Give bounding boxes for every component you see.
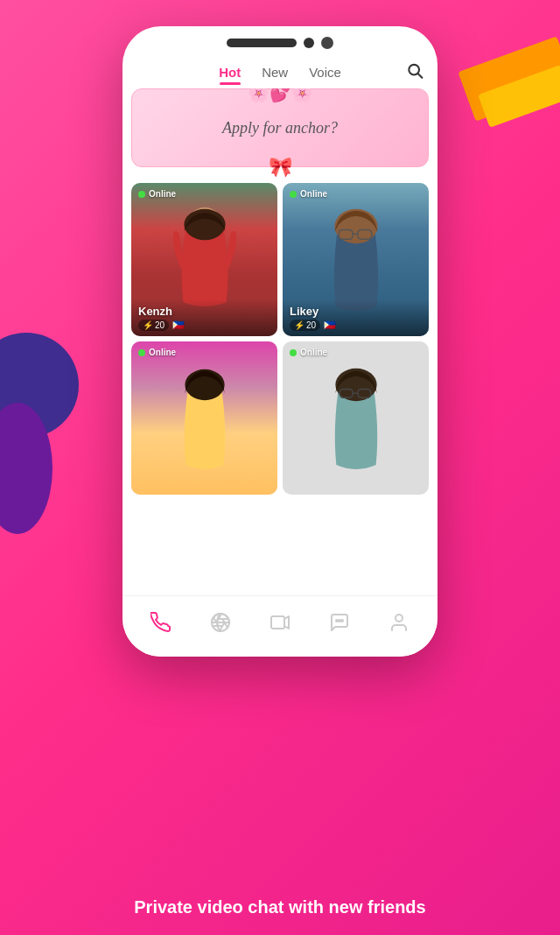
svg-point-22 bbox=[341, 620, 343, 622]
banner-flowers: 🌸💕🌸 bbox=[248, 88, 313, 103]
svg-point-23 bbox=[396, 615, 402, 622]
profile-card-4[interactable]: Online bbox=[283, 341, 429, 495]
svg-rect-18 bbox=[271, 616, 284, 629]
online-dot-3 bbox=[138, 349, 145, 356]
tab-voice[interactable]: Voice bbox=[309, 61, 341, 83]
phone-frame: Hot New Voice 🌸💕🌸 Apply for anchor? 🎀 bbox=[122, 26, 438, 657]
card-name-likey: Likey bbox=[290, 305, 422, 318]
online-badge-3: Online bbox=[138, 348, 176, 357]
card-flag-kenzh: 🇵🇭 bbox=[172, 320, 185, 331]
apply-anchor-banner[interactable]: 🌸💕🌸 Apply for anchor? 🎀 bbox=[131, 88, 429, 167]
online-dot-likey bbox=[290, 191, 297, 198]
nav-call[interactable] bbox=[144, 605, 178, 640]
svg-point-21 bbox=[339, 620, 340, 622]
online-badge-likey: Online bbox=[290, 189, 327, 199]
banner-text: Apply for anchor? bbox=[222, 119, 338, 137]
phone-top-bar bbox=[122, 26, 438, 56]
content-area: 🌸💕🌸 Apply for anchor? 🎀 bbox=[122, 88, 438, 495]
card-age-likey: ⚡ 20 bbox=[290, 320, 320, 331]
online-badge-4: Online bbox=[290, 348, 327, 357]
card-photo-third bbox=[131, 341, 277, 495]
svg-marker-19 bbox=[284, 616, 289, 629]
nav-chat[interactable] bbox=[322, 605, 357, 640]
card-bottom-kenzh: Kenzh ⚡ 20 🇵🇭 bbox=[131, 299, 277, 336]
phone-dot bbox=[304, 38, 314, 48]
nav-video[interactable] bbox=[262, 605, 298, 640]
profile-grid: Online Kenzh ⚡ 20 🇵🇭 bbox=[131, 183, 429, 495]
banner-ribbon: 🎀 bbox=[269, 156, 292, 179]
svg-point-20 bbox=[336, 620, 338, 622]
search-icon[interactable] bbox=[406, 61, 424, 83]
online-dot bbox=[138, 191, 145, 198]
tab-new[interactable]: New bbox=[262, 61, 288, 83]
phone-camera bbox=[321, 37, 333, 49]
bottom-tagline: Private video chat with new friends bbox=[0, 897, 560, 917]
card-tags-kenzh: ⚡ 20 🇵🇭 bbox=[138, 320, 270, 331]
nav-profile[interactable] bbox=[382, 605, 416, 640]
profile-card-3[interactable]: Online bbox=[131, 341, 277, 495]
tab-bar: Hot New Voice bbox=[122, 56, 438, 88]
card-age-kenzh: ⚡ 20 bbox=[138, 320, 169, 331]
tab-hot[interactable]: Hot bbox=[219, 61, 241, 83]
online-dot-4 bbox=[290, 349, 297, 356]
card-photo-fourth bbox=[283, 341, 429, 495]
bottom-navigation bbox=[122, 595, 438, 657]
card-tags-likey: ⚡ 20 🇵🇭 bbox=[290, 320, 422, 331]
profile-card-likey[interactable]: Online Likey ⚡ 20 🇵🇭 bbox=[283, 183, 429, 336]
profile-card-kenzh[interactable]: Online Kenzh ⚡ 20 🇵🇭 bbox=[131, 183, 277, 336]
card-flag-likey: 🇵🇭 bbox=[324, 320, 336, 331]
phone-speaker bbox=[227, 39, 297, 47]
online-badge-kenzh: Online bbox=[138, 189, 176, 199]
nav-explore[interactable] bbox=[203, 605, 238, 640]
svg-line-1 bbox=[418, 74, 423, 78]
card-name-kenzh: Kenzh bbox=[138, 305, 270, 318]
card-bottom-likey: Likey ⚡ 20 🇵🇭 bbox=[283, 299, 429, 336]
